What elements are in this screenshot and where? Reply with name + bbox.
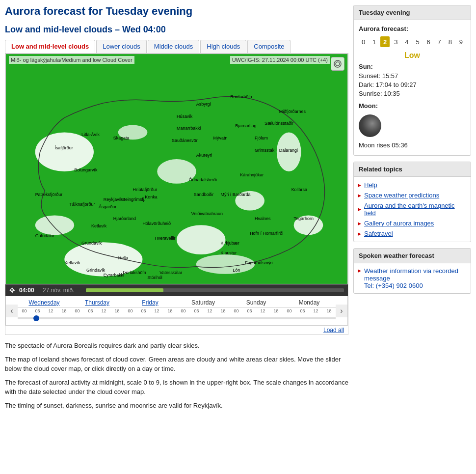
svg-text:Hjarðarland: Hjarðarland (113, 216, 136, 221)
moon-label: Moon: (359, 102, 466, 110)
hour-tick-group-4: 00061218 (230, 307, 283, 313)
svg-text:Keflavík: Keflavík (64, 260, 80, 265)
day-name-friday[interactable]: Friday (124, 299, 177, 306)
hour-tick[interactable]: 00 (177, 307, 190, 313)
svg-text:Húsavík: Húsavík (177, 114, 193, 119)
svg-point-3 (35, 132, 94, 171)
hour-tick[interactable]: 18 (163, 307, 177, 313)
related-item: Gallery of aurora images (354, 218, 471, 228)
hour-tick[interactable]: 18 (216, 307, 230, 313)
sun-section: Sun: Sunset: 15:57 Dark: 17:04 to 09:27 … (359, 63, 466, 97)
map-image[interactable]: Mið- og lágskýjahula/Medium and low Clou… (5, 54, 348, 284)
spoken-weather-header: Spoken weather forecast (354, 249, 471, 263)
spoken-weather-content: Weather information via recorded message… (354, 263, 471, 293)
svg-text:Ódnadalsheiði: Ódnadalsheiði (189, 177, 217, 182)
hour-tick[interactable]: 06 (137, 307, 150, 313)
svg-text:Þorlákshöfn: Þorlákshöfn (123, 270, 146, 275)
related-link[interactable]: Gallery of aurora images (364, 220, 434, 227)
hour-tick[interactable]: 12 (309, 307, 322, 313)
hour-tick[interactable]: 00 (230, 307, 243, 313)
hour-tick[interactable]: 12 (150, 307, 163, 313)
aurora-level: Low (359, 51, 466, 60)
map-container: Mið- og lágskýjahula/Medium and low Clou… (5, 53, 348, 335)
hour-tick[interactable]: 00 (71, 307, 84, 313)
hour-tick[interactable]: 06 (190, 307, 203, 313)
hour-tick[interactable]: 06 (31, 307, 44, 313)
spoken-weather-text[interactable]: Weather information via recorded message… (364, 267, 467, 289)
aurora-scale-1: 1 (370, 36, 379, 47)
day-name-wednesday[interactable]: Wednesday (18, 299, 71, 306)
load-all-link[interactable]: Load all (323, 327, 344, 334)
aurora-scale-6: 6 (424, 36, 433, 47)
timeline-bar: ✥ 04:00 27.nóv. mið. (5, 284, 348, 296)
hour-tick[interactable]: 12 (203, 307, 216, 313)
hour-tick[interactable]: 00 (124, 307, 137, 313)
related-link[interactable]: Space weather predictions (364, 192, 439, 199)
related-item: Aurora and the earth's magnetic field (354, 200, 471, 218)
moon-section: Moon: Moon rises 05:36 (359, 102, 466, 149)
tab-low-mid[interactable]: Low and mid-level clouds (5, 40, 95, 53)
aurora-box-content: Aurora forecast: 0123456789 Low Sun: Sun… (354, 20, 471, 155)
hour-tick[interactable]: 06 (84, 307, 97, 313)
spoken-weather-tel: Tel: (+354) 902 0600 (364, 282, 423, 289)
description-section: The spectacle of Aurora Borealis require… (5, 341, 348, 410)
tab-composite[interactable]: Composite (247, 40, 291, 53)
spoken-weather-item: Weather information via recorded message… (358, 267, 467, 289)
related-item: Space weather predictions (354, 190, 471, 200)
svg-text:Bjarnarflag: Bjarnarflag (235, 123, 256, 128)
slider-handle[interactable] (33, 315, 39, 321)
svg-text:Vatnsskálar: Vatnsskálar (159, 270, 182, 275)
svg-text:Kirkjubær: Kirkjubær (220, 241, 239, 246)
hour-tick[interactable]: 18 (110, 307, 124, 313)
svg-text:Dalarangi: Dalarangi (279, 148, 298, 153)
hour-tick[interactable]: 00 (18, 307, 31, 313)
hour-tick-group-3: 00061218 (177, 307, 230, 313)
related-link[interactable]: Safetravel (364, 230, 393, 237)
moon-image (359, 114, 381, 137)
related-topics-box: Related topics HelpSpace weather predict… (353, 162, 471, 242)
day-names-container: WednesdayThursdayFridaySaturdaySundayMon… (18, 298, 336, 323)
tab-high[interactable]: High clouds (200, 40, 246, 53)
spoken-weather-box: Spoken weather forecast Weather informat… (353, 248, 471, 294)
hour-tick[interactable]: 00 (283, 307, 296, 313)
svg-text:Hvalnes: Hvalnes (255, 216, 271, 221)
hour-tick[interactable]: 12 (97, 307, 110, 313)
tab-lower[interactable]: Lower clouds (96, 40, 147, 53)
svg-text:Kárahnjúkar: Kárahnjúkar (240, 172, 264, 177)
tab-middle[interactable]: Middle clouds (148, 40, 200, 53)
aurora-scale-0: 0 (359, 36, 368, 47)
related-item: Help (354, 180, 471, 190)
desc-p4: The timing of sunset, darkness, sunrise … (5, 401, 348, 411)
related-link[interactable]: Help (364, 181, 377, 189)
svg-text:Hella: Hella (118, 255, 128, 260)
svg-point-5 (177, 225, 225, 254)
hour-tick[interactable]: 18 (322, 307, 336, 313)
next-day-button[interactable]: › (336, 305, 347, 317)
svg-text:Eyrarbakki: Eyrarbakki (104, 273, 124, 278)
aurora-scale-2: 2 (380, 36, 390, 47)
day-name-thursday[interactable]: Thursday (71, 299, 124, 306)
hour-tick[interactable]: 18 (57, 307, 71, 313)
hour-tick-group-0: 00061218 (18, 307, 71, 313)
svg-text:Hveravellir: Hveravellir (155, 236, 175, 241)
svg-text:Sauðánesvör: Sauðánesvör (172, 138, 198, 143)
hour-tick[interactable]: 06 (296, 307, 309, 313)
hour-ticks-row: 0006121800061218000612180006121800061218… (18, 307, 336, 313)
svg-text:Tálknafjörður: Tálknafjörður (69, 202, 95, 207)
svg-text:Höfn í Hornarfirði: Höfn í Hornarfirði (250, 231, 283, 236)
hour-tick[interactable]: 06 (243, 307, 256, 313)
svg-text:Steingrímsfj.: Steingrímsfj. (121, 197, 146, 202)
expand-button[interactable] (331, 57, 344, 71)
prev-day-button[interactable]: ‹ (6, 305, 18, 317)
timeline-progress[interactable] (86, 288, 344, 292)
section-title: Low and mid-level clouds – Wed 04:00 (5, 25, 348, 35)
related-link[interactable]: Aurora and the earth's magnetic field (364, 202, 467, 217)
hour-tick[interactable]: 18 (269, 307, 283, 313)
svg-text:Litla-Ávík: Litla-Ávík (81, 132, 100, 137)
svg-point-11 (35, 215, 75, 235)
dark-time: Dark: 17:04 to 09:27 (359, 81, 466, 88)
svg-text:Manarrbakki: Manarrbakki (177, 126, 201, 131)
svg-text:Ketlavik: Ketlavik (91, 223, 107, 228)
hour-tick[interactable]: 12 (44, 307, 57, 313)
hour-tick[interactable]: 12 (256, 307, 269, 313)
